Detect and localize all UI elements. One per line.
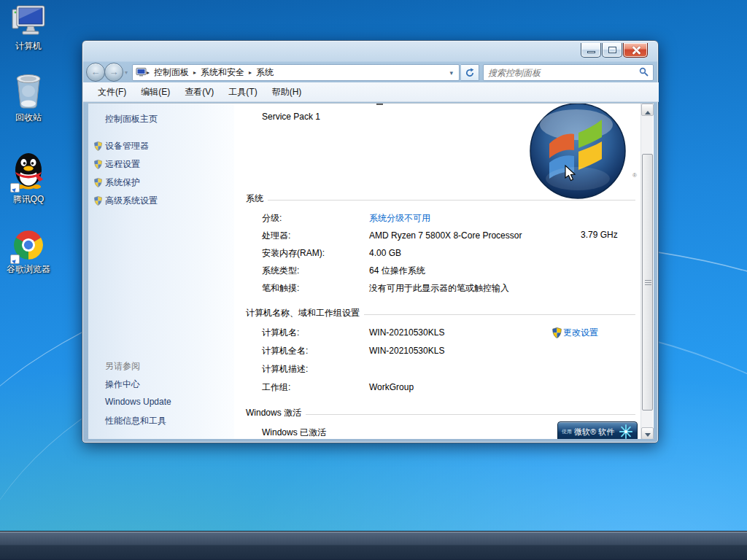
system-control-panel-window: ← → ▾ ▸ 控制面板 ▸ 系统和安全 ▸ 系统 ▾: [82, 40, 659, 443]
shortcut-arrow-icon: [10, 183, 20, 192]
row-label: 笔和触摸:: [262, 282, 369, 295]
desktop-icon-recycle-bin[interactable]: 回收站: [0, 73, 57, 124]
sidebar-item-advanced-settings[interactable]: 高级系统设置: [105, 195, 158, 207]
row-value: WIN-20210530KLS: [369, 327, 444, 338]
desktop-icon-qq[interactable]: 腾讯QQ: [0, 150, 57, 206]
sidebar-item-windows-update[interactable]: Windows Update: [105, 397, 171, 407]
search-box[interactable]: [483, 64, 654, 81]
section-title: 计算机名称、域和工作组设置: [246, 307, 364, 319]
address-dropdown-icon[interactable]: ▾: [446, 69, 456, 77]
processor-speed: 3.79 GHz: [581, 230, 618, 240]
back-button[interactable]: ←: [86, 63, 105, 82]
row-label: 计算机名:: [262, 327, 369, 339]
section-title: Windows 激活: [246, 407, 306, 419]
menu-help[interactable]: 帮助(H): [265, 84, 309, 101]
row-value: 64 位操作系统: [369, 265, 425, 276]
row-value: WorkGroup: [369, 382, 414, 392]
registered-mark: ®: [632, 172, 637, 179]
menu-tools[interactable]: 工具(T): [221, 84, 264, 101]
row-value: AMD Ryzen 7 5800X 8-Core Processor: [369, 230, 522, 241]
desktop-icon-label: 谷歌浏览器: [0, 263, 57, 276]
vertical-scrollbar[interactable]: [640, 104, 653, 439]
menu-bar: 文件(F) 编辑(E) 查看(V) 工具(T) 帮助(H): [83, 82, 659, 102]
recent-pages-dropdown[interactable]: ▾: [125, 69, 128, 76]
desktop-icon-chrome[interactable]: 谷歌浏览器: [0, 229, 57, 276]
scroll-down-icon: [645, 433, 651, 439]
change-settings-link[interactable]: 更改设置: [552, 327, 598, 339]
sidebar-item-performance-tools[interactable]: 性能信息和工具: [105, 415, 166, 427]
refresh-button[interactable]: [461, 64, 479, 81]
close-icon: [632, 46, 640, 55]
row-processor: 处理器:AMD Ryzen 7 5800X 8-Core Processor 3…: [262, 230, 632, 242]
recycle-bin-icon: [12, 73, 45, 109]
maximize-icon: [608, 47, 616, 53]
breadcrumb-control-panel[interactable]: 控制面板: [150, 66, 193, 79]
scroll-down-button[interactable]: [641, 427, 654, 439]
menu-file[interactable]: 文件(F): [90, 84, 133, 101]
sidebar: 控制面板主页 设备管理器 远程设置 系统保护 高级系统设置 另请参阅 操作中心 …: [88, 104, 234, 439]
refresh-icon: [465, 68, 475, 78]
window-content: 控制面板主页 设备管理器 远程设置 系统保护 高级系统设置 另请参阅 操作中心 …: [88, 103, 654, 439]
row-label: 安装内存(RAM):: [262, 247, 369, 260]
maximize-button[interactable]: [602, 43, 622, 58]
uac-shield-icon: [94, 178, 102, 187]
shortcut-arrow-icon: [10, 254, 20, 264]
badge-prefix: 使用: [562, 428, 572, 435]
windows-logo: [530, 103, 626, 199]
row-label: 计算机全名:: [262, 345, 369, 357]
badge-text: 微软® 软件: [574, 427, 614, 438]
change-settings-label[interactable]: 更改设置: [563, 327, 598, 339]
uac-shield-icon: [552, 327, 562, 338]
desktop-icon-computer[interactable]: 计算机: [0, 4, 57, 52]
scroll-up-icon: [645, 108, 651, 114]
scrollbar-thumb[interactable]: [642, 154, 653, 411]
sidebar-item-system-protection[interactable]: 系统保护: [105, 176, 140, 189]
forward-arrow-icon: →: [105, 66, 123, 77]
minimize-icon: [587, 51, 595, 53]
taskbar: 控制面板\系统和...: [0, 531, 747, 560]
section-header-computer-name: 计算机名称、域和工作组设置: [246, 307, 635, 319]
row-label: 处理器:: [262, 230, 369, 242]
row-label: 工作组:: [262, 381, 369, 394]
section-header-system: 系统: [246, 192, 635, 205]
desktop-icon-label: 计算机: [0, 40, 57, 52]
desktop-icon-label: 回收站: [0, 112, 57, 124]
sidebar-item-action-center[interactable]: 操作中心: [105, 378, 140, 391]
row-label: 分级:: [262, 212, 369, 225]
search-input[interactable]: [484, 68, 635, 78]
minimize-button[interactable]: [581, 43, 601, 58]
sidebar-item-remote-settings[interactable]: 远程设置: [105, 158, 140, 171]
row-full-computer-name: 计算机全名:WIN-20210530KLS: [262, 345, 632, 357]
activation-status: Windows 已激活: [262, 427, 326, 438]
row-workgroup: 工作组:WorkGroup: [262, 381, 632, 394]
search-icon[interactable]: [635, 67, 653, 79]
menu-edit[interactable]: 编辑(E): [133, 84, 177, 101]
uac-shield-icon: [94, 160, 102, 169]
genuine-software-badge[interactable]: 使用 微软® 软件: [557, 421, 638, 439]
row-label: 计算机描述:: [262, 363, 369, 376]
address-bar[interactable]: ▸ 控制面板 ▸ 系统和安全 ▸ 系统 ▾: [132, 64, 460, 81]
row-value: 4.00 GB: [369, 248, 401, 258]
row-rating: 分级:系统分级不可用: [262, 212, 632, 225]
row-computer-description: 计算机描述:: [262, 363, 632, 376]
forward-button[interactable]: →: [104, 63, 123, 82]
scroll-up-button[interactable]: [641, 104, 654, 116]
menu-view[interactable]: 查看(V): [177, 84, 221, 101]
genuine-star-icon: [619, 424, 633, 439]
uac-shield-icon: [94, 141, 102, 151]
sidebar-item-control-panel-home[interactable]: 控制面板主页: [105, 113, 158, 125]
breadcrumb-system[interactable]: 系统: [252, 66, 278, 79]
desktop-icon-label: 腾讯QQ: [0, 193, 57, 206]
navigation-bar: ← → ▾ ▸ 控制面板 ▸ 系统和安全 ▸ 系统 ▾: [82, 62, 658, 82]
close-button[interactable]: [623, 43, 648, 58]
sidebar-item-device-manager[interactable]: 设备管理器: [105, 140, 149, 152]
service-pack-label: Service Pack 1: [262, 112, 320, 122]
rating-unavailable-link[interactable]: 系统分级不可用: [369, 213, 430, 223]
row-value: WIN-20210530KLS: [369, 346, 444, 356]
mouse-cursor: [565, 165, 578, 182]
row-pen-touch: 笔和触摸:没有可用于此显示器的笔或触控输入: [262, 282, 632, 295]
desktop: 计算机 回收站 腾讯QQ: [0, 0, 747, 560]
clipped-text-fragment: [376, 104, 383, 105]
breadcrumb-system-security[interactable]: 系统和安全: [196, 66, 249, 79]
row-label: 系统类型:: [262, 265, 369, 277]
